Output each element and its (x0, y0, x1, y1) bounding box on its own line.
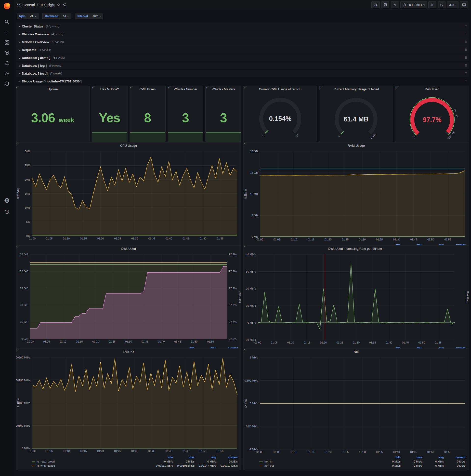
panel-title[interactable]: Disk Used Increasing Rate per Minute› (244, 246, 469, 252)
time-range-picker[interactable]: Last 1 hour › (400, 1, 427, 8)
panel-title[interactable]: Current CPU Usage of taosd› (244, 86, 317, 92)
panel-title[interactable]: Disk Used (16, 246, 241, 252)
row-drag-handle[interactable]: ⠿ (465, 32, 467, 36)
legend-series-name[interactable]: io_write_taosd (32, 464, 151, 468)
row-drag-handle[interactable]: ⠿ (465, 80, 467, 83)
row-title[interactable]: DNodes Overview (22, 32, 49, 36)
panel-info-icon[interactable] (244, 86, 247, 90)
legend-col-header[interactable]: max (401, 456, 422, 459)
row-title[interactable]: Database: [ demo ] (22, 56, 50, 60)
panel-title[interactable]: Disk Used (395, 86, 469, 92)
dashboard-row[interactable]: ›Database: [ demo ](5 panels)⠿ (16, 54, 469, 61)
panel-info-icon[interactable] (168, 86, 171, 90)
y-tick-label: 25% (25, 164, 30, 167)
dashboard-title[interactable]: TDinsight (40, 3, 55, 7)
legend-col-header[interactable]: current (444, 456, 465, 459)
alerting-bell-icon[interactable] (2, 58, 12, 68)
expanded-row-header[interactable]: › DNode Usage [ huolinhe-TM1701:6030 ] ⠿ (16, 78, 469, 85)
row-drag-handle[interactable]: ⠿ (465, 64, 467, 68)
dashboard-settings-gear-icon[interactable] (391, 1, 399, 8)
variable-fqdn[interactable]: fqdn All› (17, 13, 38, 19)
disk-rate-chart[interactable]: 40 MB/s30 MB/s20 MB/s10 MB/s0 MB/s-10 MB… (244, 252, 469, 346)
add-panel-button[interactable] (371, 1, 380, 8)
row-drag-handle[interactable]: ⠿ (465, 40, 467, 44)
panel-title[interactable]: Uptime (16, 86, 89, 92)
panel-info-icon[interactable] (92, 86, 95, 90)
explore-compass-icon[interactable] (2, 48, 12, 58)
row-title[interactable]: Database: [ test ] (22, 72, 48, 75)
panel-title[interactable]: Current Memory Usage of taosd (320, 86, 393, 92)
panel-info-icon[interactable] (244, 246, 247, 249)
panel-title[interactable]: VNodes Masters (206, 86, 241, 92)
help-icon[interactable]: ? (2, 207, 12, 217)
panel-info-icon[interactable] (244, 349, 247, 352)
panel-title[interactable]: CPU Cores (130, 86, 165, 92)
panel-info-icon[interactable] (16, 143, 20, 146)
legend-series-name[interactable]: io_read_taosd (32, 460, 151, 463)
panel-title[interactable]: CPU Usage (16, 143, 241, 149)
variable-value-dropdown[interactable]: All› (60, 13, 71, 19)
configuration-gear-icon[interactable] (2, 68, 12, 79)
dashboard-row[interactable]: ›Database: [ log ](5 panels)⠿ (16, 62, 469, 69)
legend-col-header[interactable]: current (216, 456, 238, 459)
zoom-out-icon[interactable] (428, 1, 436, 8)
row-title[interactable]: Cluster Status (22, 25, 43, 28)
row-drag-handle[interactable]: ⠿ (465, 25, 467, 28)
refresh-interval-picker[interactable]: 30s › (447, 1, 458, 8)
legend-col-header[interactable]: min (379, 456, 401, 459)
dashboard-row[interactable]: ›Cluster Status(21 panels)⠿ (16, 23, 469, 30)
net-chart[interactable]: 1 Mb/s0.500 Mb/s0 Mb/s-0.50 Mb/s-1 Mb/s0… (244, 355, 469, 455)
panel-info-icon[interactable] (320, 86, 323, 90)
row-drag-handle[interactable]: ⠿ (465, 72, 467, 75)
panel-info-icon[interactable] (130, 86, 134, 90)
legend-series-name[interactable]: net_out (259, 464, 379, 468)
panel-title[interactable]: Net (244, 349, 469, 355)
panel-info-icon[interactable] (16, 349, 20, 352)
legend-col-header[interactable]: min (151, 456, 173, 459)
variable-value-dropdown[interactable]: auto› (90, 13, 103, 19)
breadcrumb-section[interactable]: General (23, 3, 35, 7)
row-title[interactable]: Requests (22, 48, 36, 52)
dashboard-row[interactable]: ›DNodes Overview(4 panels)⠿ (16, 30, 469, 38)
x-tick-label: 01:20 (92, 340, 99, 343)
server-admin-shield-icon[interactable] (2, 79, 12, 89)
share-icon[interactable] (62, 3, 66, 7)
row-title[interactable]: MNodes Overview (22, 40, 49, 44)
panel-info-icon[interactable] (395, 86, 399, 90)
dashboard-row[interactable]: ›Database: [ test ](5 panels)⠿ (16, 70, 469, 77)
panel-info-icon[interactable] (206, 86, 209, 90)
grafana-logo-icon[interactable] (3, 2, 11, 10)
legend-series-name[interactable]: net_in (259, 460, 379, 463)
disk-used-chart[interactable]: 125 GiB97.7%100 GiB97.7%75 GiB97.7%50 Gi… (16, 252, 241, 346)
row-drag-handle[interactable]: ⠿ (465, 56, 467, 60)
panel-title[interactable]: Disk IO (16, 349, 241, 355)
cpu-usage-chart[interactable]: 30%25%20%15%10%5%0%01:0001:0501:1001:150… (16, 149, 241, 247)
panel-info-icon[interactable] (16, 86, 20, 90)
dashboard-row[interactable]: ›Requests(4 panels)⠿ (16, 46, 469, 53)
row-drag-handle[interactable]: ⠿ (465, 48, 467, 52)
user-avatar[interactable] (2, 195, 12, 206)
variable-database[interactable]: Database All› (42, 13, 71, 19)
panel-info-icon[interactable] (16, 246, 20, 249)
dashboard-row[interactable]: ›MNodes Overview(2 panels)⠿ (16, 38, 469, 46)
panel-info-icon[interactable] (244, 143, 247, 146)
create-plus-icon[interactable] (2, 27, 12, 37)
variable-value-dropdown[interactable]: All› (28, 13, 38, 19)
panel-title[interactable]: RAM Usage (244, 143, 469, 149)
save-dashboard-button[interactable] (381, 1, 389, 8)
search-icon[interactable] (2, 17, 12, 27)
tv-mode-icon[interactable] (460, 1, 468, 8)
panel-title[interactable]: VNodes Number (168, 86, 203, 92)
ram-usage-chart[interactable]: 20 GB15 GB10 GB5 GB0 MB01:0001:0501:1001… (244, 149, 469, 243)
star-icon[interactable]: ☆ (57, 3, 60, 7)
row-title[interactable]: Database: [ log ] (22, 64, 47, 68)
legend-col-header[interactable]: avg (195, 456, 216, 459)
refresh-button[interactable] (438, 1, 445, 8)
row-title[interactable]: DNode Usage [ huolinhe-TM1701:6030 ] (22, 80, 82, 83)
dashboards-grid-icon[interactable] (2, 37, 12, 48)
disk-io-chart[interactable]: 0.00200 MB/s0.00150 MB/s0.00100 MB/s0.00… (16, 355, 241, 455)
variable-interval[interactable]: Interval auto› (75, 13, 103, 19)
legend-col-header[interactable]: avg (422, 456, 444, 459)
panel-title[interactable]: Has MNode? (92, 86, 127, 92)
legend-col-header[interactable]: max (173, 456, 195, 459)
